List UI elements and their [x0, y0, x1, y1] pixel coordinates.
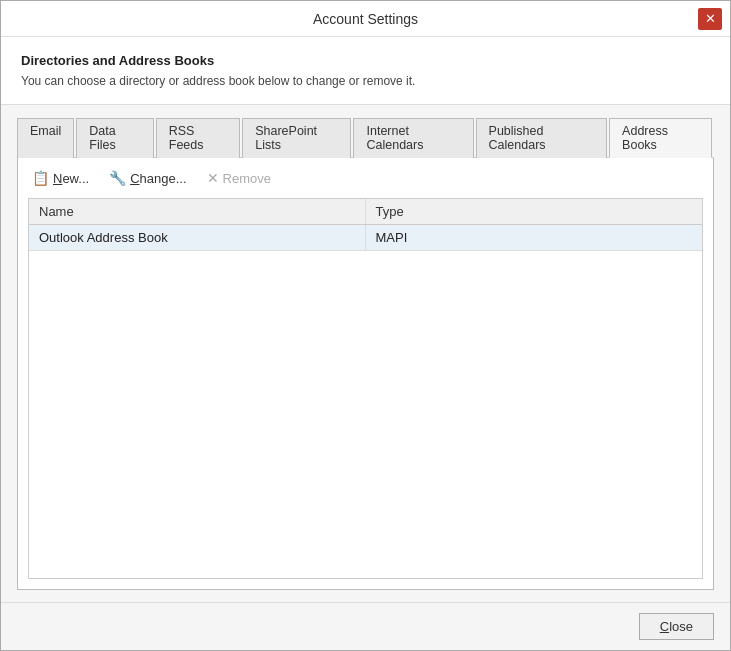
change-icon: 🔧	[109, 170, 126, 186]
tab-sharepoint-lists[interactable]: SharePoint Lists	[242, 118, 351, 158]
window-title: Account Settings	[33, 11, 698, 27]
tab-data-files[interactable]: Data Files	[76, 118, 153, 158]
section-description: You can choose a directory or address bo…	[21, 74, 710, 88]
new-label: New...	[53, 171, 89, 186]
tab-published-calendars[interactable]: Published Calendars	[476, 118, 608, 158]
address-books-panel: 📋 New... 🔧 Change... ✕ Remove Name Type	[17, 158, 714, 590]
table-row[interactable]: Outlook Address Book MAPI	[29, 225, 702, 251]
row-type: MAPI	[366, 225, 703, 250]
tabs-container: Email Data Files RSS Feeds SharePoint Li…	[17, 117, 714, 158]
remove-icon: ✕	[207, 170, 219, 186]
tab-internet-calendars[interactable]: Internet Calendars	[353, 118, 473, 158]
close-button[interactable]: Close	[639, 613, 714, 640]
close-window-button[interactable]: ✕	[698, 8, 722, 30]
account-settings-window: Account Settings ✕ Directories and Addre…	[0, 0, 731, 651]
change-label: Change...	[130, 171, 186, 186]
address-books-table: Name Type Outlook Address Book MAPI	[28, 198, 703, 579]
col-header-name: Name	[29, 199, 366, 224]
tab-rss-feeds[interactable]: RSS Feeds	[156, 118, 240, 158]
remove-button[interactable]: ✕ Remove	[203, 168, 275, 188]
content-area: Email Data Files RSS Feeds SharePoint Li…	[1, 105, 730, 602]
col-header-type: Type	[366, 199, 703, 224]
tab-address-books[interactable]: Address Books	[609, 118, 712, 158]
footer: Close	[1, 602, 730, 650]
new-icon: 📋	[32, 170, 49, 186]
panel-toolbar: 📋 New... 🔧 Change... ✕ Remove	[28, 168, 703, 188]
new-button[interactable]: 📋 New...	[28, 168, 93, 188]
table-header: Name Type	[29, 199, 702, 225]
close-label: Close	[660, 619, 693, 634]
tab-email[interactable]: Email	[17, 118, 74, 158]
section-title: Directories and Address Books	[21, 53, 710, 68]
header-section: Directories and Address Books You can ch…	[1, 37, 730, 105]
change-button[interactable]: 🔧 Change...	[105, 168, 190, 188]
row-name: Outlook Address Book	[29, 225, 366, 250]
title-bar: Account Settings ✕	[1, 1, 730, 37]
remove-label: Remove	[223, 171, 271, 186]
